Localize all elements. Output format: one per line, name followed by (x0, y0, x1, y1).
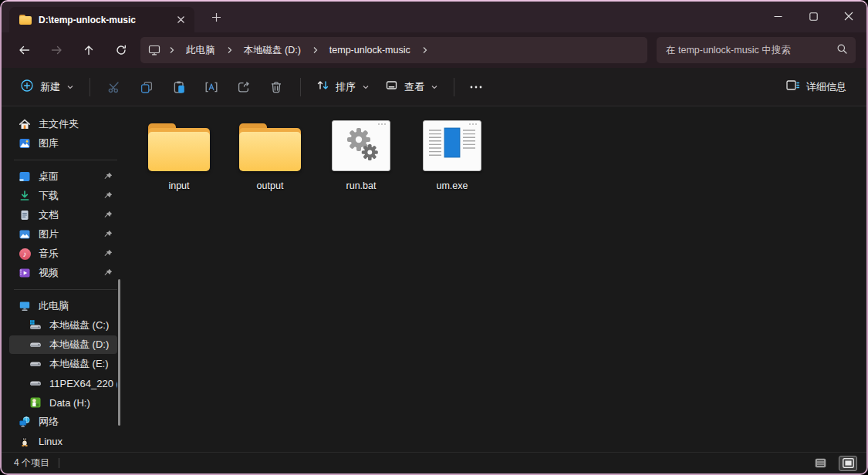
paste-icon[interactable] (163, 73, 195, 101)
toolbar-divider (90, 78, 90, 96)
new-tab-icon[interactable] (207, 8, 225, 26)
chevron-down-icon (431, 80, 438, 94)
command-bar: 新建 (2, 68, 866, 106)
more-options-icon[interactable] (462, 73, 490, 101)
rename-icon[interactable] (195, 73, 228, 101)
pin-icon (103, 268, 113, 280)
home-icon (19, 118, 31, 130)
drive-icon (29, 377, 42, 389)
sidebar-item-gallery[interactable]: 图库 (9, 134, 117, 153)
explorer-tab[interactable]: D:\temp-unlock-music (9, 7, 194, 32)
tab-title: D:\temp-unlock-music (39, 15, 164, 25)
view-icon (385, 79, 398, 95)
sidebar-item-drive-c[interactable]: 本地磁盘 (C:) (9, 316, 117, 335)
main-area: 主文件夹 图库 桌面 下载 (2, 106, 866, 452)
view-button[interactable]: 查看 (377, 73, 446, 101)
pictures-icon (19, 228, 31, 241)
title-bar: D:\temp-unlock-music (2, 2, 866, 32)
sort-button[interactable]: 排序 (309, 73, 377, 101)
status-divider (59, 458, 59, 468)
item-count: 4 个项目 (14, 456, 49, 470)
network-icon (19, 416, 31, 428)
folder-icon (238, 119, 302, 171)
file-item-output[interactable]: output (231, 119, 309, 191)
data-drive-icon (29, 396, 42, 409)
details-pane-label: 详细信息 (806, 80, 846, 94)
pin-icon (103, 211, 113, 222)
sidebar-item-drive-h-data[interactable]: Data (H:) (9, 393, 117, 412)
breadcrumb-current-folder[interactable]: temp-unlock-music (323, 42, 417, 59)
sidebar-item-drive-d[interactable]: 本地磁盘 (D:) (9, 335, 117, 354)
up-icon[interactable] (73, 36, 105, 64)
sidebar-item-music[interactable]: ♪ 音乐 (9, 244, 117, 263)
music-icon: ♪ (19, 248, 31, 260)
file-item-input[interactable]: input (140, 119, 218, 191)
breadcrumb-this-pc[interactable]: 此电脑 (180, 41, 221, 60)
toolbar-divider (300, 78, 301, 96)
delete-icon[interactable] (260, 73, 292, 101)
sort-button-label: 排序 (336, 80, 356, 94)
share-icon[interactable] (228, 73, 260, 101)
search-box[interactable] (657, 37, 856, 63)
back-icon[interactable] (8, 36, 40, 64)
address-bar: 此电脑 本地磁盘 (D:) temp-unlock-music (2, 32, 866, 68)
breadcrumb-drive-d[interactable]: 本地磁盘 (D:) (238, 41, 307, 60)
desktop-icon (19, 170, 31, 183)
file-grid[interactable]: input output (128, 106, 866, 452)
file-name: output (257, 180, 284, 191)
pin-icon (103, 172, 113, 184)
sidebar-item-network[interactable]: 网络 (9, 413, 117, 431)
sidebar-item-drive-e[interactable]: 本地磁盘 (E:) (9, 355, 117, 373)
details-pane-icon (785, 79, 800, 95)
maximize-icon[interactable] (795, 2, 831, 31)
chevron-right-icon (165, 46, 178, 54)
sidebar-item-this-pc[interactable]: 此电脑 (9, 297, 117, 315)
pin-icon (103, 191, 113, 203)
refresh-icon[interactable] (105, 36, 137, 64)
sidebar-item-downloads[interactable]: 下载 (9, 187, 117, 205)
file-explorer-window: D:\temp-unlock-music (0, 0, 868, 475)
sidebar-item-videos[interactable]: 视频 (9, 264, 117, 282)
sidebar-item-desktop[interactable]: 桌面 (9, 167, 117, 186)
sidebar-item-documents[interactable]: 文档 (9, 206, 117, 224)
new-button-label: 新建 (40, 80, 60, 94)
close-icon[interactable] (831, 2, 866, 31)
view-button-label: 查看 (404, 80, 424, 94)
large-icons-view-icon[interactable] (839, 456, 857, 471)
chevron-down-icon (362, 80, 370, 94)
app-window-icon (423, 119, 481, 171)
file-item-run-bat[interactable]: run.bat (323, 119, 400, 191)
pin-icon (103, 230, 113, 241)
drive-icon (29, 339, 42, 351)
gallery-icon (19, 137, 31, 150)
new-button[interactable]: 新建 (12, 73, 82, 101)
copy-icon[interactable] (130, 73, 163, 101)
sidebar-item-linux[interactable]: Linux (9, 432, 117, 450)
file-name: um.exe (437, 180, 468, 191)
close-tab-icon[interactable] (171, 11, 190, 29)
forward-icon[interactable] (40, 36, 73, 64)
downloads-icon (19, 190, 31, 202)
documents-icon (19, 209, 31, 221)
list-view-icon[interactable] (811, 456, 829, 471)
sort-icon (316, 79, 329, 95)
chevron-right-icon (309, 46, 322, 54)
toolbar-divider (454, 78, 454, 96)
sidebar-scrollbar[interactable] (118, 279, 120, 426)
search-input[interactable] (666, 45, 836, 56)
cut-icon[interactable] (98, 73, 130, 101)
navigation-pane: 主文件夹 图库 桌面 下载 (2, 106, 128, 452)
folder-icon (147, 119, 211, 171)
sidebar-item-pictures[interactable]: 图片 (9, 225, 117, 244)
breadcrumb[interactable]: 此电脑 本地磁盘 (D:) temp-unlock-music (140, 37, 647, 63)
details-pane-button[interactable]: 详细信息 (778, 73, 854, 101)
sidebar-divider (14, 289, 117, 290)
new-plus-icon (20, 79, 34, 96)
minimize-icon[interactable] (760, 2, 795, 31)
file-item-um-exe[interactable]: um.exe (414, 119, 491, 191)
this-pc-icon (19, 300, 31, 312)
search-icon[interactable] (836, 43, 848, 58)
monitor-icon (148, 44, 160, 56)
sidebar-item-home[interactable]: 主文件夹 (9, 115, 117, 133)
sidebar-item-drive-11pex64[interactable]: 11PEX64_220 ( (9, 374, 117, 392)
